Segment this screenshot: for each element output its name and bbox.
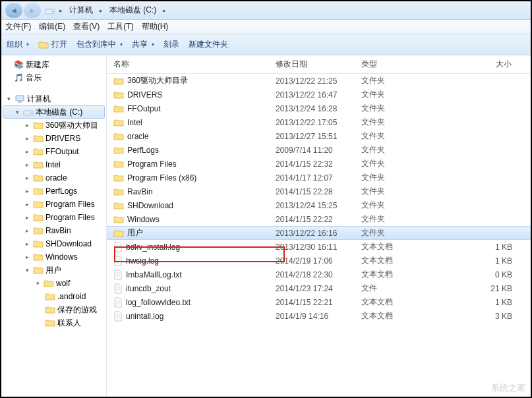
- expand-icon[interactable]: ▾: [14, 109, 21, 116]
- chevron-right-icon[interactable]: ▸: [59, 7, 63, 14]
- tree-node-newlib[interactable]: 📚 新建库: [1, 58, 106, 71]
- tree-node-folder[interactable]: ▸RavBin: [1, 224, 106, 237]
- column-name[interactable]: 名称: [107, 59, 269, 70]
- tree-node-music[interactable]: 🎵 音乐: [1, 71, 106, 84]
- expand-icon[interactable]: ▸: [24, 201, 31, 208]
- expand-icon[interactable]: ▸: [24, 254, 31, 261]
- share-button[interactable]: 共享: [132, 39, 154, 50]
- tree-node-folder[interactable]: ▸Program Files: [1, 211, 106, 224]
- folder-open-icon: [38, 40, 49, 49]
- file-name: unintall.log: [107, 311, 269, 322]
- file-name: ImbaMallLog.txt: [107, 270, 269, 280]
- column-type[interactable]: 类型: [355, 59, 440, 70]
- burn-button[interactable]: 刻录: [163, 39, 179, 50]
- expand-icon[interactable]: ▸: [24, 122, 31, 129]
- file-row[interactable]: Windows2014/1/15 22:22文件夹: [107, 212, 531, 226]
- chevron-right-icon[interactable]: ▸: [100, 7, 103, 14]
- file-row[interactable]: log_followvideo.txt2014/1/15 22:21文本文档1 …: [107, 295, 531, 309]
- file-row[interactable]: DRIVERS2013/12/22 16:47文件夹: [107, 88, 531, 101]
- expand-icon[interactable]: ▸: [24, 175, 31, 182]
- file-row[interactable]: SHDownload2013/12/24 15:25文件夹: [107, 198, 531, 212]
- menu-view[interactable]: 查看(V): [73, 21, 100, 32]
- file-type: 文本文档: [355, 310, 440, 322]
- menu-tools[interactable]: 工具(T): [107, 21, 133, 32]
- breadcrumb-drive[interactable]: 本地磁盘 (C:): [107, 4, 159, 16]
- file-date: 2014/1/23 17:24: [269, 284, 355, 293]
- file-row[interactable]: 用户2013/12/22 16:16文件夹: [107, 226, 531, 240]
- file-row[interactable]: bdkv_install.log2013/12/30 16:11文本文档1 KB: [107, 240, 531, 254]
- file-row[interactable]: oracle2013/12/27 15:51文件夹: [107, 129, 531, 143]
- file-name: 用户: [107, 227, 269, 239]
- folder-icon: [33, 200, 44, 209]
- file-row[interactable]: PerfLogs2009/7/14 11:20文件夹: [107, 143, 531, 157]
- file-row[interactable]: Program Files2014/1/15 22:32文件夹: [107, 157, 531, 171]
- folder-icon: [33, 173, 44, 183]
- menu-help[interactable]: 帮助(H): [142, 21, 169, 32]
- file-name: FFOutput: [107, 104, 269, 113]
- file-row[interactable]: unintall.log2014/1/9 14:16文本文档3 KB: [107, 309, 531, 323]
- file-date: 2014/1/15 22:21: [269, 298, 355, 307]
- folder-icon: [33, 252, 44, 262]
- tree-node-folder[interactable]: ▸360驱动大师目: [1, 119, 106, 132]
- expand-icon[interactable]: ▸: [24, 241, 31, 248]
- tree-node-folder[interactable]: ▾用户: [1, 264, 106, 277]
- tree-node-folder[interactable]: 联系人: [1, 316, 106, 329]
- folder-icon: [33, 186, 44, 196]
- expand-icon[interactable]: ▾: [5, 96, 13, 103]
- organize-button[interactable]: 组织: [7, 39, 29, 50]
- file-icon: [113, 242, 123, 252]
- tree-node-folder[interactable]: ▸oracle: [1, 171, 106, 185]
- include-button[interactable]: 包含到库中: [76, 39, 123, 50]
- file-row[interactable]: ImbaMallLog.txt2014/2/18 22:30文本文档0 KB: [107, 268, 531, 281]
- folder-icon: [113, 159, 124, 169]
- file-row[interactable]: hwsig.log2014/2/19 17:06文本文档1 KB: [107, 254, 531, 268]
- column-size[interactable]: 大小: [440, 59, 531, 70]
- menu-edit[interactable]: 编辑(E): [39, 21, 65, 32]
- file-row[interactable]: Intel2013/12/22 17:05文件夹: [107, 115, 531, 129]
- tree-node-folder[interactable]: ▸PerfLogs: [1, 185, 106, 198]
- file-type: 文件夹: [355, 186, 440, 197]
- tree-node-folder[interactable]: .android: [1, 290, 106, 303]
- file-date: 2014/1/15 22:32: [269, 159, 355, 169]
- tree-node-folder[interactable]: ▸Program Files: [1, 198, 106, 211]
- tree-node-folder[interactable]: 保存的游戏: [1, 303, 106, 316]
- expand-icon[interactable]: ▸: [24, 135, 31, 142]
- tree-node-folder[interactable]: ▸SHDownload: [1, 237, 106, 250]
- file-type: 文件: [355, 283, 440, 294]
- expand-icon[interactable]: ▾: [34, 280, 42, 287]
- chevron-right-icon[interactable]: ▸: [163, 7, 166, 14]
- tree-node-user[interactable]: ▾ wolf: [1, 277, 106, 290]
- file-row[interactable]: RavBin2014/1/15 22:28文件夹: [107, 185, 531, 198]
- file-row[interactable]: ituncdb_zout2014/1/23 17:24文件21 KB: [107, 281, 531, 295]
- file-name: SHDownload: [107, 201, 269, 210]
- tree-node-folder[interactable]: ▸DRIVERS: [1, 132, 106, 145]
- expand-icon[interactable]: ▸: [24, 188, 31, 195]
- file-icon: [113, 311, 123, 322]
- tree-node-folder[interactable]: ▸Windows: [1, 250, 106, 264]
- file-name: ituncdb_zout: [107, 283, 269, 294]
- file-icon: [113, 283, 123, 294]
- nav-back-button[interactable]: ◄: [5, 3, 22, 18]
- column-date[interactable]: 修改日期: [269, 59, 355, 70]
- file-row[interactable]: Program Files (x86)2014/1/17 12:07文件夹: [107, 171, 531, 185]
- folder-icon: [113, 187, 124, 196]
- tree-node-computer[interactable]: ▾ 计算机: [1, 92, 106, 105]
- menu-file[interactable]: 文件(F): [5, 21, 31, 32]
- new-folder-button[interactable]: 新建文件夹: [189, 39, 228, 50]
- breadcrumb-computer[interactable]: 计算机: [67, 4, 96, 16]
- expand-icon[interactable]: ▸: [24, 227, 31, 235]
- tree-node-drive-c[interactable]: ▾ 本地磁盘 (C:): [3, 105, 105, 119]
- file-date: 2014/1/15 22:28: [269, 187, 355, 196]
- expand-icon[interactable]: ▾: [24, 267, 31, 274]
- expand-icon[interactable]: ▸: [24, 214, 31, 221]
- tree-node-folder[interactable]: ▸Intel: [1, 158, 106, 171]
- open-button[interactable]: 打开: [38, 39, 67, 50]
- folder-icon: [113, 90, 124, 100]
- file-row[interactable]: FFOutput2013/12/24 16:28文件夹: [107, 101, 531, 115]
- nav-forward-button[interactable]: ►: [24, 3, 41, 18]
- expand-icon[interactable]: ▸: [24, 148, 31, 156]
- file-type: 文件夹: [355, 117, 440, 128]
- file-row[interactable]: 360驱动大师目录2013/12/22 21:25文件夹: [107, 74, 531, 88]
- tree-node-folder[interactable]: ▸FFOutput: [1, 145, 106, 158]
- expand-icon[interactable]: ▸: [24, 161, 31, 169]
